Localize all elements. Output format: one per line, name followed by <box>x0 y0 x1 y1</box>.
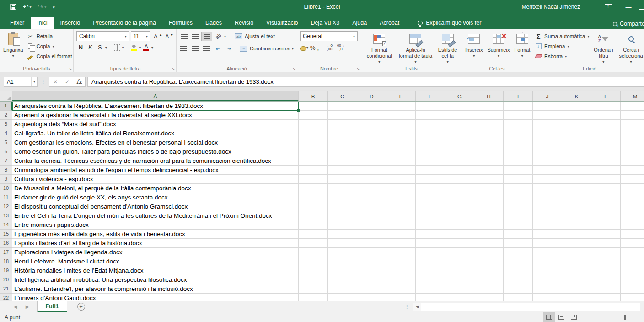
cell[interactable] <box>504 102 533 111</box>
font-size-combo[interactable]: 11▾ <box>131 31 150 41</box>
cell[interactable] <box>533 184 562 193</box>
cell[interactable] <box>562 275 591 284</box>
cell[interactable] <box>357 220 386 230</box>
row-header[interactable]: 4 <box>0 129 12 138</box>
cell[interactable] <box>533 166 562 175</box>
cell[interactable] <box>504 202 533 211</box>
cell[interactable] <box>474 156 504 166</box>
row-header[interactable]: 21 <box>0 284 12 294</box>
cell[interactable] <box>386 294 416 301</box>
cell[interactable] <box>299 102 328 111</box>
cell[interactable] <box>445 156 474 166</box>
cell[interactable] <box>591 248 621 257</box>
cell[interactable] <box>299 266 328 275</box>
cell[interactable] <box>386 211 416 220</box>
cell[interactable] <box>591 257 621 266</box>
cell[interactable] <box>504 211 533 220</box>
cell[interactable] <box>357 294 386 301</box>
cell[interactable] <box>504 193 533 202</box>
cell[interactable] <box>562 102 591 111</box>
number-format-combo[interactable]: General▾ <box>300 31 358 41</box>
cell[interactable] <box>445 120 474 129</box>
cell[interactable] <box>562 220 591 230</box>
cell[interactable] <box>533 129 562 138</box>
fill-color-caret[interactable]: ▾ <box>139 46 141 50</box>
cell[interactable] <box>533 294 562 301</box>
cell[interactable] <box>591 111 621 120</box>
cell[interactable] <box>416 220 445 230</box>
normal-view-button[interactable] <box>543 312 555 322</box>
underline-caret[interactable]: ▾ <box>105 46 107 50</box>
cell[interactable] <box>357 211 386 220</box>
cell[interactable]: Espolis i lladres d'art al llarg de la h… <box>12 239 299 248</box>
row-header[interactable]: 5 <box>0 138 12 147</box>
cell[interactable] <box>504 220 533 230</box>
cell[interactable] <box>445 284 474 294</box>
cell[interactable] <box>562 147 591 156</box>
cell[interactable] <box>357 248 386 257</box>
cell[interactable] <box>328 275 357 284</box>
hscroll-left-arrow[interactable]: ◀ <box>413 303 421 311</box>
borders-button[interactable] <box>113 43 121 52</box>
save-button[interactable] <box>10 4 16 10</box>
cell[interactable] <box>562 230 591 239</box>
fill-color-button[interactable] <box>129 43 138 52</box>
row-header[interactable]: 2 <box>0 111 12 120</box>
borders-caret[interactable]: ▾ <box>122 46 124 50</box>
minimize-button[interactable]: — <box>618 0 639 14</box>
cell[interactable] <box>416 294 445 301</box>
format-cells-button[interactable]: Format▾ <box>512 30 532 65</box>
format-painter-button[interactable]: Copia el format <box>25 51 73 61</box>
cell[interactable] <box>416 175 445 184</box>
align-left-button[interactable] <box>178 44 189 54</box>
cell[interactable] <box>299 184 328 193</box>
cell[interactable] <box>591 275 621 284</box>
cell[interactable]: Anarquistes contra la República. L'aixec… <box>12 102 299 111</box>
cell[interactable] <box>416 166 445 175</box>
cell[interactable] <box>562 193 591 202</box>
cell[interactable] <box>386 138 416 147</box>
cell[interactable] <box>562 184 591 193</box>
cell[interactable] <box>533 138 562 147</box>
cell[interactable] <box>474 202 504 211</box>
cell[interactable] <box>299 275 328 284</box>
column-header-k[interactable]: K <box>562 91 591 101</box>
cell[interactable] <box>621 147 644 156</box>
cell[interactable] <box>591 202 621 211</box>
cell[interactable] <box>474 266 504 275</box>
cell[interactable] <box>621 184 644 193</box>
cell[interactable] <box>357 147 386 156</box>
cell[interactable] <box>416 266 445 275</box>
cell[interactable]: Exploracions i viatges de llegenda.docx <box>12 248 299 257</box>
cell[interactable] <box>357 111 386 120</box>
font-name-combo[interactable]: Calibri▾ <box>76 31 129 41</box>
cell[interactable]: L'autisme. Entendre'l, per afavorir la c… <box>12 284 299 294</box>
cell[interactable] <box>357 284 386 294</box>
cell[interactable] <box>416 284 445 294</box>
cell[interactable] <box>416 147 445 156</box>
column-header-b[interactable]: B <box>299 91 328 101</box>
autosum-button[interactable]: ΣSuma automàtica▾ <box>533 31 591 41</box>
cell[interactable] <box>533 257 562 266</box>
cell[interactable]: Com gestionar les emocions. Efectes en e… <box>12 138 299 147</box>
cell[interactable]: L'univers d'Antoni Gaudí.docx <box>12 294 299 301</box>
cell[interactable] <box>328 147 357 156</box>
cell[interactable] <box>357 175 386 184</box>
cell[interactable] <box>445 230 474 239</box>
cell[interactable] <box>562 257 591 266</box>
cell[interactable] <box>591 220 621 230</box>
cell[interactable] <box>621 120 644 129</box>
cell[interactable] <box>299 284 328 294</box>
redo-button[interactable]: ↷▾ <box>38 3 47 11</box>
cell[interactable] <box>416 129 445 138</box>
cell[interactable] <box>357 230 386 239</box>
cell[interactable] <box>357 257 386 266</box>
zoom-out-button[interactable]: − <box>586 314 597 321</box>
align-right-button[interactable] <box>201 44 212 54</box>
column-header-f[interactable]: F <box>416 91 445 101</box>
user-name[interactable]: Meritxell Nadal Jiménez <box>522 4 580 10</box>
cell[interactable] <box>416 193 445 202</box>
cell[interactable] <box>533 120 562 129</box>
cell[interactable] <box>621 102 644 111</box>
cell[interactable] <box>562 111 591 120</box>
